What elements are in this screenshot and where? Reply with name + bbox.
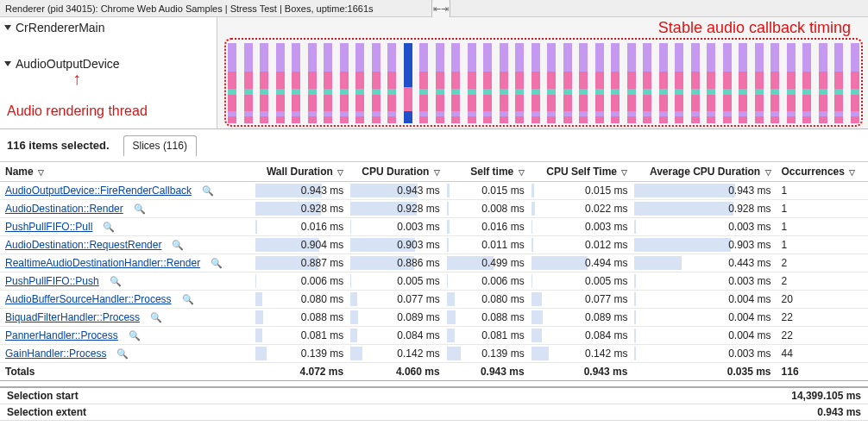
magnify-icon[interactable]: 🔍 (182, 294, 194, 304)
footer-row-extent: Selection extent 0.943 ms (0, 404, 868, 421)
track-crrenderermain[interactable]: CrRendererMain (0, 17, 217, 38)
cell-num: 0.004 ms (632, 327, 776, 345)
timeline-bar (228, 43, 236, 123)
cell-num: 0.928 ms (632, 200, 776, 218)
cell-name: PannerHandler::Process🔍 (0, 327, 254, 345)
slice-link[interactable]: PannerHandler::Process (5, 329, 118, 341)
track-sidebar: CrRendererMain AudioOutputDevice ↑ Audio… (0, 17, 217, 128)
magnify-icon[interactable]: 🔍 (211, 258, 223, 268)
cell-occ: 2 (777, 272, 868, 291)
col-avg[interactable]: Average CPU Duration ▽ (632, 162, 776, 182)
cell-num: 0.003 ms (530, 218, 633, 236)
cell-num: 0.928 ms (254, 200, 349, 218)
split-icon[interactable]: ⇤⇥ (431, 0, 450, 18)
magnify-icon[interactable]: 🔍 (116, 348, 129, 359)
table-row[interactable]: AudioDestination::Render🔍0.928 ms0.928 m… (0, 200, 868, 218)
slice-link[interactable]: RealtimeAudioDestinationHandler::Render (5, 257, 200, 269)
table-row[interactable]: PushPullFIFO::Push🔍0.006 ms0.005 ms0.006… (0, 272, 868, 291)
selection-start-value: 14,399.105 ms (791, 390, 861, 402)
cell-num: 0.903 ms (632, 236, 776, 254)
timeline-bars (228, 43, 859, 123)
cell-occ: 1 (777, 200, 868, 218)
magnify-icon[interactable]: 🔍 (172, 240, 184, 250)
selection-count: 116 items selected. (7, 139, 110, 152)
cell-name: RealtimeAudioDestinationHandler::Render🔍 (0, 254, 254, 272)
annotation-right: Stable audio callback timing (658, 19, 851, 37)
magnify-icon[interactable]: 🔍 (129, 330, 141, 341)
col-cpuself[interactable]: CPU Self Time ▽ (530, 162, 633, 182)
timeline-bar (468, 43, 476, 123)
timeline-bar (244, 43, 253, 123)
cell-num: 0.443 ms (632, 254, 776, 272)
table-row[interactable]: PannerHandler::Process🔍0.081 ms0.084 ms0… (0, 327, 868, 345)
magnify-icon[interactable]: 🔍 (110, 276, 122, 286)
cell-num: 0.006 ms (445, 272, 530, 291)
magnify-icon[interactable]: 🔍 (103, 222, 115, 232)
cell-occ: 1 (777, 236, 868, 254)
col-cpu[interactable]: CPU Duration ▽ (349, 162, 444, 182)
timeline-bar (739, 43, 747, 123)
timeline-bar (755, 43, 764, 123)
cell-num: 0.139 ms (445, 345, 530, 363)
timeline-bar (819, 43, 827, 123)
slice-link[interactable]: AudioDestination::Render (5, 203, 123, 215)
timeline-bar (802, 43, 811, 123)
timeline-bar (659, 43, 668, 123)
track-audiooutputdevice[interactable]: AudioOutputDevice (0, 53, 217, 74)
table-row[interactable]: AudioOutputDevice::FireRenderCallback🔍0.… (0, 182, 868, 200)
col-self[interactable]: Self time ▽ (445, 162, 530, 182)
slice-link[interactable]: BiquadFilterHandler::Process (5, 311, 140, 323)
timeline-bar (340, 43, 349, 123)
timeline-bar (324, 43, 332, 123)
cell-num: 0.089 ms (530, 309, 633, 327)
cell-num: 0.003 ms (349, 218, 444, 236)
cell-name: PushPullFIFO::Pull🔍 (0, 218, 254, 236)
slice-link[interactable]: AudioOutputDevice::FireRenderCallback (5, 185, 192, 197)
cell-num: 0.004 ms (632, 309, 776, 327)
cell-num: 0.008 ms (445, 200, 530, 218)
slice-link[interactable]: AudioBufferSourceHandler::Process (5, 293, 172, 305)
cell-num: 0.088 ms (445, 309, 530, 327)
cell-num: 0.016 ms (254, 218, 349, 236)
tab-slices[interactable]: Slices (116) (123, 135, 197, 157)
slices-table: Name ▽ Wall Duration ▽ CPU Duration ▽ Se… (0, 162, 868, 381)
timeline-bar (355, 43, 364, 123)
slice-link[interactable]: PushPullFIFO::Push (5, 275, 99, 287)
timeline-bar (404, 43, 412, 123)
magnify-icon[interactable]: 🔍 (134, 203, 146, 214)
magnify-icon[interactable]: 🔍 (202, 185, 214, 196)
col-occ[interactable]: Occurrences ▽ (777, 162, 868, 182)
cell-num: 0.015 ms (530, 182, 633, 200)
table-row[interactable]: AudioDestination::RequestRender🔍0.904 ms… (0, 236, 868, 254)
timeline-bar (260, 43, 268, 123)
cell-num: 0.084 ms (530, 327, 633, 345)
cell-num: 0.088 ms (254, 309, 349, 327)
cell-num: 0.005 ms (530, 272, 633, 291)
timeline-bar (707, 43, 715, 123)
slice-link[interactable]: GainHandler::Process (5, 347, 106, 360)
cell-occ: 22 (777, 327, 868, 345)
magnify-icon[interactable]: 🔍 (150, 312, 162, 322)
table-row[interactable]: BiquadFilterHandler::Process🔍0.088 ms0.0… (0, 309, 868, 327)
cell-num: 0.943 ms (349, 182, 444, 200)
table-row[interactable]: PushPullFIFO::Pull🔍0.016 ms0.003 ms0.016… (0, 218, 868, 236)
timeline-canvas[interactable]: Stable audio callback timing (217, 17, 868, 128)
col-name[interactable]: Name ▽ (0, 162, 254, 182)
totals-label: Totals (0, 363, 254, 381)
slice-link[interactable]: PushPullFIFO::Pull (5, 221, 92, 233)
selection-status-row: 116 items selected. Slices (116) (0, 129, 868, 162)
timeline-bar (723, 43, 732, 123)
cell-name: PushPullFIFO::Push🔍 (0, 272, 254, 291)
timeline-bar (308, 43, 317, 123)
table-row[interactable]: GainHandler::Process🔍0.139 ms0.142 ms0.1… (0, 345, 868, 363)
cell-name: BiquadFilterHandler::Process🔍 (0, 309, 254, 327)
col-wall[interactable]: Wall Duration ▽ (254, 162, 349, 182)
cell-num: 0.886 ms (349, 254, 444, 272)
timeline-bar (627, 43, 636, 123)
slice-link[interactable]: AudioDestination::RequestRender (5, 239, 161, 251)
timeline-bar (611, 43, 620, 123)
table-row[interactable]: RealtimeAudioDestinationHandler::Render🔍… (0, 254, 868, 272)
timeline-bar (834, 43, 843, 123)
cell-num: 0.015 ms (445, 182, 530, 200)
table-row[interactable]: AudioBufferSourceHandler::Process🔍0.080 … (0, 291, 868, 309)
